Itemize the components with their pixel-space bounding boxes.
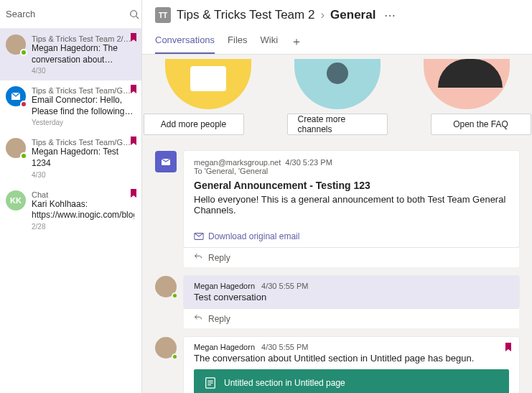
svg-line-1 xyxy=(136,16,139,19)
bookmark-icon xyxy=(130,33,137,44)
download-email-label: Download original email xyxy=(208,231,299,241)
feed-item[interactable]: Tips & Tricks Test Team/General Megan Ha… xyxy=(0,132,141,184)
create-channels-button[interactable]: Create more channels xyxy=(287,114,388,135)
download-email-link[interactable]: Download original email xyxy=(194,231,509,241)
svg-point-0 xyxy=(131,10,137,17)
presence-available-icon xyxy=(172,353,178,360)
bookmark-icon xyxy=(505,343,512,353)
tab-files[interactable]: Files xyxy=(228,30,247,54)
add-people-button[interactable]: Add more people xyxy=(144,114,244,135)
feed-location: Tips & Tricks Test Team/General xyxy=(32,86,134,95)
feed-date: 4/30 xyxy=(32,67,134,75)
reply-icon xyxy=(194,252,202,263)
reply-button[interactable]: Reply xyxy=(184,308,519,328)
avatar xyxy=(6,86,26,106)
attachment-title: Untitled section in Untitled page xyxy=(224,378,345,388)
message-meta: megan@marksgroup.net 4/30 5:23 PM To 'Ge… xyxy=(194,158,509,175)
welcome-banner xyxy=(142,55,532,109)
welcome-illustration xyxy=(424,59,510,109)
feed-location: Chat xyxy=(32,190,134,199)
team-badge: TT xyxy=(155,7,171,23)
message-time: 4/30 5:55 PM xyxy=(261,343,308,351)
feed-title: Email Connector: Hello, Please find the … xyxy=(32,95,134,117)
feed-item[interactable]: Tips & Tricks Test Team 2/General Megan … xyxy=(0,29,141,80)
presence-busy-icon xyxy=(20,101,27,108)
open-faq-button[interactable]: Open the FAQ xyxy=(431,114,531,135)
avatar xyxy=(6,34,26,55)
search-icon[interactable] xyxy=(129,6,139,23)
message-author: Megan Hagedorn xyxy=(194,343,255,351)
message-author: Megan Hagedorn xyxy=(194,282,255,290)
message-subject: General Announcement - Testing 123 xyxy=(194,180,509,191)
message-body: Hello everyone! This is a general announ… xyxy=(194,194,509,216)
search-input[interactable] xyxy=(6,9,126,19)
reply-label: Reply xyxy=(208,314,230,324)
main-pane: TT Tips & Tricks Test Team 2 › General ⋯… xyxy=(142,0,532,393)
message-thread: megan@marksgroup.net 4/30 5:23 PM To 'Ge… xyxy=(155,151,519,267)
message-meta: Megan Hagedorn 4/30 5:55 PM xyxy=(194,343,509,351)
activity-feed: Tips & Tricks Test Team 2/General Megan … xyxy=(0,29,141,393)
feed-title: Kari Kohlhaas: https://www.inogic.com/bl… xyxy=(32,199,134,221)
message-time: 4/30 5:23 PM xyxy=(285,158,332,167)
reply-icon xyxy=(194,313,202,324)
message-time: 4/30 5:55 PM xyxy=(261,282,308,290)
feed-item[interactable]: Tips & Tricks Test Team/General Email Co… xyxy=(0,80,141,132)
avatar-initials: KK xyxy=(10,196,22,205)
message-card[interactable]: Megan Hagedorn 4/30 5:55 PM Test convers… xyxy=(184,276,519,308)
email-avatar-icon xyxy=(155,151,177,172)
team-name[interactable]: Tips & Tricks Test Team 2 xyxy=(177,8,314,22)
message-card[interactable]: megan@marksgroup.net 4/30 5:23 PM To 'Ge… xyxy=(184,151,519,247)
breadcrumb-separator: › xyxy=(320,8,325,22)
feed-location: Tips & Tricks Test Team/General xyxy=(32,138,134,147)
channel-name: General xyxy=(330,8,375,22)
presence-available-icon xyxy=(20,49,27,56)
message-to: To 'General, 'General xyxy=(194,167,509,175)
bookmark-icon xyxy=(130,137,137,147)
search-bar xyxy=(0,0,141,29)
more-options-icon[interactable]: ⋯ xyxy=(381,9,398,22)
breadcrumb: TT Tips & Tricks Test Team 2 › General ⋯ xyxy=(155,7,519,23)
channel-tabs: Conversations Files Wiki ＋ xyxy=(155,30,519,54)
avatar xyxy=(6,138,26,158)
feed-title: Megan Hagedorn: Test 1234 xyxy=(32,147,134,169)
message-from: megan@marksgroup.net xyxy=(194,158,281,167)
reply-label: Reply xyxy=(208,253,230,263)
message-scroll[interactable]: Add more people Create more channels Ope… xyxy=(142,55,532,393)
feed-date: Yesterday xyxy=(32,119,134,126)
bookmark-icon xyxy=(130,85,137,96)
avatar xyxy=(155,276,177,297)
channel-header: TT Tips & Tricks Test Team 2 › General ⋯… xyxy=(142,0,532,55)
message-meta: Megan Hagedorn 4/30 5:55 PM xyxy=(194,282,509,290)
message-body: The conversation about Untitled section … xyxy=(194,353,509,364)
sidebar: Tips & Tricks Test Team 2/General Megan … xyxy=(0,0,142,393)
welcome-illustration xyxy=(165,59,251,109)
message-card[interactable]: Megan Hagedorn 4/30 5:55 PM The conversa… xyxy=(184,337,519,393)
presence-available-icon xyxy=(20,152,27,159)
message-thread: Megan Hagedorn 4/30 5:55 PM Test convers… xyxy=(155,276,519,328)
feed-title: Megan Hagedorn: The conversation about U… xyxy=(32,43,134,65)
feed-date: 2/28 xyxy=(32,223,134,231)
message-body: Test conversation xyxy=(194,292,509,302)
tab-conversations[interactable]: Conversations xyxy=(155,30,215,54)
feed-location: Tips & Tricks Test Team 2/General xyxy=(32,34,134,43)
presence-available-icon xyxy=(172,292,178,299)
add-tab-icon[interactable]: ＋ xyxy=(291,34,302,50)
reply-button[interactable]: Reply xyxy=(184,247,519,267)
tab-wiki[interactable]: Wiki xyxy=(261,30,279,54)
feed-item[interactable]: KK Chat Kari Kohlhaas: https://www.inogi… xyxy=(0,185,141,236)
welcome-illustration xyxy=(294,59,381,109)
message-thread: Megan Hagedorn 4/30 5:55 PM The conversa… xyxy=(155,337,519,393)
avatar xyxy=(155,337,177,359)
welcome-actions: Add more people Create more channels Ope… xyxy=(142,109,532,147)
avatar: KK xyxy=(6,190,26,211)
wiki-attachment-card[interactable]: Untitled section in Untitled page xyxy=(194,369,509,393)
bookmark-icon xyxy=(130,189,137,200)
feed-date: 4/30 xyxy=(32,171,134,179)
